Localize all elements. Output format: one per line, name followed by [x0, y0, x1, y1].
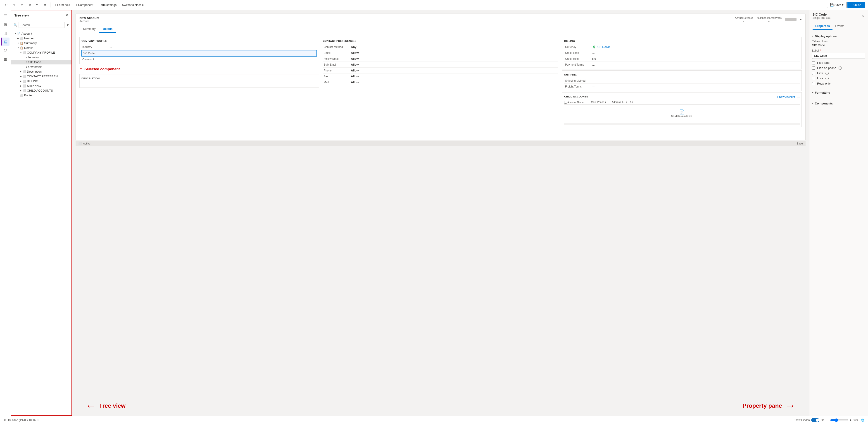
- display-options-chevron: ▾: [812, 35, 813, 38]
- nav-icon-tree[interactable]: ▤: [1, 37, 9, 46]
- zoom-slider[interactable]: [830, 418, 848, 422]
- nav-icon-grid[interactable]: ⊞: [1, 20, 9, 29]
- chevron-shipping: ▶: [19, 85, 23, 87]
- tree-label-footer: Footer: [24, 94, 33, 97]
- more-options-icon[interactable]: ⋯: [797, 95, 800, 99]
- delete-button[interactable]: 🗑: [41, 2, 49, 7]
- read-only-text: Read-only: [817, 82, 831, 85]
- hide-on-phone-info-icon[interactable]: i: [839, 66, 842, 70]
- col-account-name: Account Name ↕: [567, 101, 586, 104]
- field-credit-hold: Credit Hold No: [564, 56, 800, 62]
- search-input[interactable]: [19, 22, 65, 28]
- billing-icon-tree: ⬜: [23, 79, 26, 83]
- chevron-account: ▾: [13, 32, 17, 35]
- sidebar-close-button[interactable]: ✕: [65, 13, 68, 18]
- header-field-revenue: Annual Revenue ...: [735, 17, 753, 22]
- billing-section: BILLING Currency 💲 US Dollar Credit Limi…: [562, 37, 802, 69]
- switch-classic-button[interactable]: Switch to classic: [120, 2, 146, 7]
- form-title: New Account: [80, 16, 99, 20]
- tree-node-company-profile[interactable]: ▾ ⬜ COMPANY PROFILE: [11, 50, 71, 55]
- tree-label-description: Description: [27, 70, 42, 73]
- sidebar-title: Tree view: [14, 13, 29, 17]
- tab-events[interactable]: Events: [833, 22, 847, 30]
- form-settings-button[interactable]: Form settings: [96, 2, 119, 7]
- cut-button[interactable]: ✂: [19, 2, 26, 7]
- contact-prefs-section: CONTACT PREFERENCES Contact Method Any E…: [321, 37, 560, 87]
- field-contact-method: Contact Method Any: [323, 44, 558, 50]
- tab-summary[interactable]: Summary: [80, 25, 99, 33]
- nav-icon-menu[interactable]: ☰: [1, 12, 9, 20]
- save-button-top[interactable]: 💾 Save ▾: [827, 2, 847, 8]
- publish-button[interactable]: Publish: [847, 2, 865, 8]
- redo-button[interactable]: ↪: [11, 2, 18, 7]
- select-all-checkbox[interactable]: [564, 101, 567, 104]
- canvas-icon: ⬜: [78, 142, 82, 145]
- tree-node-footer[interactable]: ⬜ Footer: [11, 93, 71, 98]
- description-title: Description: [82, 76, 317, 81]
- zoom-minus-button[interactable]: −: [827, 418, 829, 422]
- copy-button[interactable]: ⧉: [27, 2, 33, 8]
- child-accounts-columns: Account Name ↕ Main Phone ▾ Address 1...…: [564, 100, 800, 105]
- hide-checkbox[interactable]: [812, 72, 815, 75]
- tree-node-account[interactable]: ▾ 📄 Account: [11, 31, 71, 36]
- right-panel-title: SIC Code: [813, 13, 831, 16]
- hide-label-checkbox[interactable]: [812, 61, 815, 64]
- new-account-link[interactable]: + New Account: [777, 95, 795, 99]
- history-button[interactable]: ▾: [34, 2, 40, 7]
- lock-checkbox[interactable]: [812, 77, 815, 80]
- field-bulk-email: Bulk Email Allow: [323, 62, 558, 68]
- canvas-area: New Account Account Annual Revenue ... N…: [72, 10, 809, 395]
- tree-node-description[interactable]: ▶ ⬜ Description: [11, 69, 71, 74]
- tree-node-header[interactable]: ▶ ⬜ Header: [11, 36, 71, 41]
- main-layout: ☰ ⊞ ◫ ▤ ⬡ ▦ Tree view ✕ 🔍 ▼ ▾ 📄 Account: [0, 10, 868, 416]
- bottom-bar-left: 🖥 Desktop (1920 x 1080) ▾: [4, 419, 39, 422]
- form-field-button[interactable]: + Form field: [52, 2, 72, 7]
- tab-properties[interactable]: Properties: [813, 22, 833, 30]
- shipping-title: SHIPPING: [564, 72, 800, 78]
- tree-node-billing[interactable]: ▶ ⬜ BILLING: [11, 79, 71, 84]
- tree-node-details[interactable]: ▾ 📋 Details: [11, 45, 71, 50]
- zoom-value: 66%: [853, 419, 858, 422]
- nav-icon-form[interactable]: ◫: [1, 29, 9, 37]
- right-panel-close-button[interactable]: ✕: [862, 14, 865, 18]
- form-header-dropdown[interactable]: ▾: [800, 18, 802, 21]
- field-sic-code[interactable]: SIC Code ...: [82, 50, 317, 57]
- formatting-chevron: ▾: [812, 91, 813, 94]
- zoom-plus-button[interactable]: +: [850, 418, 851, 422]
- tree-node-contact-prefs[interactable]: ▶ ⬜ CONTACT PREFEREN...: [11, 74, 71, 79]
- col-main-phone: Main Phone ▾: [591, 101, 607, 104]
- field-follow-email: Follow Email Allow: [323, 56, 558, 62]
- filter-icon[interactable]: ▼: [66, 23, 69, 27]
- show-hidden-label: Show Hidden: [794, 419, 810, 422]
- hide-on-phone-text: Hide on phone: [817, 66, 836, 70]
- field-email: Email Allow: [323, 50, 558, 56]
- tab-details[interactable]: Details: [99, 25, 116, 33]
- nav-icon-settings[interactable]: ▦: [1, 55, 9, 63]
- footer-icon: ⬜: [20, 94, 23, 97]
- nav-icon-components[interactable]: ⬡: [1, 46, 9, 54]
- lock-text: Lock: [817, 77, 823, 80]
- hide-info-icon[interactable]: i: [826, 72, 829, 75]
- display-options-header[interactable]: ▾ Display options: [812, 33, 865, 40]
- hide-row: Hide i: [812, 71, 865, 75]
- table-column-value: SIC Code: [812, 43, 865, 47]
- arrow-left-tree: ←: [86, 400, 96, 411]
- tree-node-sic-code[interactable]: ≡ SIC Code: [11, 60, 71, 64]
- components-header[interactable]: ▾ Components: [812, 100, 865, 107]
- label-input[interactable]: [812, 53, 865, 59]
- tree-node-shipping[interactable]: ▶ ⬜ SHIPPING: [11, 84, 71, 88]
- tree-node-child-accounts[interactable]: ▶ ⬜ CHILD ACCOUNTS: [11, 88, 71, 93]
- read-only-checkbox[interactable]: [812, 82, 815, 85]
- undo-button[interactable]: ↩: [3, 2, 10, 7]
- lock-info-icon[interactable]: i: [826, 77, 829, 80]
- tree-node-ownership[interactable]: ≡ Ownership: [11, 64, 71, 69]
- form-header-right: Annual Revenue ... Number of Employees .…: [735, 17, 802, 22]
- formatting-header[interactable]: ▾ Formatting: [812, 89, 865, 96]
- field-freight-terms: Freight Terms ---: [564, 84, 800, 89]
- component-button[interactable]: + Component: [73, 2, 95, 7]
- toggle-button[interactable]: [811, 418, 819, 422]
- tree-node-summary[interactable]: ▾ 📋 Summary: [11, 41, 71, 45]
- header-icon: ⬜: [20, 37, 23, 40]
- tree-node-industry[interactable]: ≡ Industry: [11, 55, 71, 60]
- hide-on-phone-checkbox[interactable]: [812, 66, 815, 70]
